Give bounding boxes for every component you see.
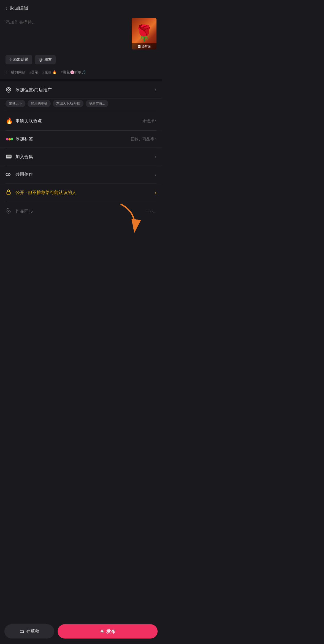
- svg-point-0: [7, 89, 9, 91]
- svg-point-3: [11, 138, 13, 140]
- location-chips: 东城天下 转角的幸福 东城天下A2号楼 阜新市海...: [0, 99, 162, 112]
- co-create-label: 共同创作: [15, 172, 155, 177]
- hot-topic-label: 申请关联热点: [15, 118, 142, 124]
- collection-chevron: ›: [155, 154, 156, 159]
- privacy-row[interactable]: 公开 · 但不推荐给可能认识的人 ›: [0, 183, 162, 202]
- hash-icon: #: [9, 57, 12, 62]
- description-area: 添加作品描述.. 🖼 选封面: [0, 14, 162, 53]
- arrow-container: [0, 218, 162, 254]
- hot-topic-status: 未选择: [142, 119, 154, 124]
- collection-row[interactable]: 加入合集 ›: [0, 148, 162, 166]
- hot-topic-row[interactable]: 🔥 申请关联热点 未选择 ›: [0, 112, 162, 130]
- svg-point-2: [9, 138, 11, 140]
- dots-icon: [6, 136, 15, 142]
- cover-thumbnail: 🖼 选封面: [132, 18, 156, 50]
- co-create-icon: CO: [6, 172, 15, 177]
- svg-rect-6: [6, 155, 11, 156]
- co-create-chevron: ›: [155, 172, 156, 177]
- hot-topic-chevron: ›: [155, 119, 156, 124]
- mention-label: 朋友: [44, 57, 52, 62]
- add-tags-label: 添加标签: [15, 136, 131, 142]
- hashtag-chip-0[interactable]: #一键剪同款: [6, 70, 25, 75]
- description-input[interactable]: 添加作品描述..: [6, 18, 128, 26]
- collection-label: 加入合集: [15, 154, 155, 160]
- add-tags-row[interactable]: 添加标签 团购、商品等 ›: [0, 131, 162, 148]
- location-chip-0[interactable]: 东城天下: [6, 100, 25, 107]
- bottom-spacer: [0, 254, 162, 278]
- co-create-row[interactable]: CO 共同创作 ›: [0, 166, 162, 183]
- add-tags-status: 团购、商品等: [131, 137, 154, 142]
- cover-select-button[interactable]: 🖼 选封面: [132, 43, 156, 50]
- privacy-label: 公开 · 但不推荐给可能认识的人: [15, 190, 155, 196]
- add-topic-label: 添加话题: [13, 57, 28, 62]
- layers-icon: [6, 154, 15, 160]
- add-tags-chevron: ›: [155, 137, 156, 142]
- location-icon: [6, 87, 15, 93]
- location-chevron: ›: [155, 87, 156, 92]
- location-chip-1[interactable]: 转角的幸福: [28, 100, 51, 107]
- svg-rect-4: [6, 157, 11, 158]
- location-row[interactable]: 添加位置/门店推广 ›: [0, 81, 162, 99]
- hashtag-suggestions: #一键剪同款 #语录 #原创 🔥 #赏花🌸听歌🎵: [0, 68, 162, 79]
- location-chip-3[interactable]: 阜新市海...: [86, 100, 108, 107]
- at-icon: @: [39, 57, 43, 62]
- add-tags-right: 团购、商品等 ›: [131, 137, 156, 142]
- svg-point-8: [8, 210, 9, 212]
- add-topic-button[interactable]: # 添加话题: [6, 55, 32, 64]
- svg-rect-5: [6, 156, 11, 157]
- header: ‹ 返回编辑: [0, 0, 162, 14]
- svg-rect-7: [7, 192, 10, 194]
- section-divider-1: [0, 79, 162, 81]
- annotation-arrow: [112, 201, 145, 237]
- mention-friend-button[interactable]: @ 朋友: [35, 55, 56, 64]
- hashtag-chip-1[interactable]: #语录: [29, 70, 38, 75]
- hashtag-chip-2[interactable]: #原创 🔥: [42, 70, 57, 75]
- sync-icon: [6, 208, 15, 215]
- hot-topic-right: 未选择 ›: [142, 119, 156, 124]
- location-chip-2[interactable]: 东城天下A2号楼: [53, 100, 83, 107]
- privacy-chevron: ›: [155, 190, 156, 195]
- svg-point-1: [6, 138, 9, 140]
- back-label[interactable]: 返回编辑: [10, 5, 28, 11]
- location-label: 添加位置/门店推广: [15, 87, 155, 93]
- sync-right: 一不...: [145, 209, 156, 214]
- cover-icon: 🖼: [138, 45, 141, 48]
- back-icon: ‹: [6, 5, 7, 11]
- tags-row: # 添加话题 @ 朋友: [0, 53, 162, 68]
- lock-icon: [6, 189, 15, 196]
- fire-icon: 🔥: [6, 117, 15, 125]
- hashtag-chip-3[interactable]: #赏花🌸听歌🎵: [61, 70, 86, 75]
